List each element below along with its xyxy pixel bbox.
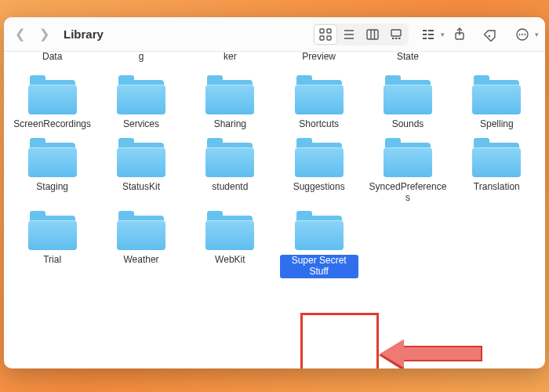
folder-item — [365, 214, 449, 278]
folder-item[interactable]: Preview — [277, 52, 361, 67]
content-area[interactable]: DatagkerPreviewStateScreenRecordingsServ… — [4, 52, 545, 368]
folder-item[interactable]: ker — [188, 52, 272, 67]
svg-rect-11 — [392, 38, 394, 39]
folder-item[interactable]: State — [365, 52, 449, 67]
folder-item[interactable]: Super Secret Stuff — [277, 214, 361, 278]
folder-item[interactable]: ScreenRecordings — [10, 78, 94, 130]
group-icon — [421, 27, 435, 42]
folder-icon — [295, 78, 344, 116]
svg-rect-18 — [428, 34, 434, 35]
grid-icon — [318, 27, 333, 42]
folder-icon — [28, 78, 77, 116]
svg-rect-15 — [423, 34, 427, 35]
svg-rect-1 — [327, 29, 331, 33]
svg-rect-2 — [320, 36, 324, 40]
folder-item[interactable]: SyncedPreferences — [365, 141, 449, 204]
folder-label: ScreenRecordings — [13, 119, 91, 130]
folder-item[interactable]: studentd — [188, 141, 272, 204]
icon-grid: DatagkerPreviewStateScreenRecordingsServ… — [10, 52, 539, 278]
icon-view-button[interactable] — [314, 25, 336, 44]
folder-icon — [205, 214, 254, 252]
share-icon — [453, 27, 467, 42]
columns-icon — [365, 27, 380, 42]
list-icon — [342, 27, 356, 42]
view-switcher — [313, 24, 409, 45]
folder-icon — [117, 214, 165, 252]
folder-label: Super Secret Stuff — [280, 255, 358, 278]
folder-label: Sounds — [392, 119, 424, 130]
svg-rect-3 — [327, 36, 331, 40]
folder-label: SyncedPreferences — [369, 182, 447, 204]
chevron-down-icon: ▾ — [441, 31, 445, 38]
svg-rect-17 — [428, 30, 434, 31]
column-view-button[interactable] — [362, 25, 384, 44]
annotation-highlight — [300, 313, 379, 368]
folder-icon — [384, 78, 432, 116]
folder-label: g — [139, 52, 144, 63]
more-button[interactable]: ▾ — [511, 24, 534, 45]
svg-rect-7 — [367, 30, 378, 39]
folder-icon — [295, 141, 344, 179]
folder-icon — [28, 214, 77, 252]
tags-button[interactable] — [479, 24, 503, 45]
back-button[interactable]: ❮ — [15, 27, 25, 42]
svg-point-24 — [519, 34, 521, 35]
folder-label: Staging — [36, 182, 68, 193]
folder-item[interactable]: Shortcuts — [277, 78, 361, 130]
folder-label: ker — [224, 52, 237, 63]
folder-item[interactable]: Spelling — [455, 78, 539, 130]
folder-icon — [117, 141, 165, 179]
folder-item[interactable]: g — [99, 52, 183, 67]
folder-icon — [472, 141, 521, 179]
folder-label: Shortcuts — [299, 119, 339, 130]
group-by-button[interactable]: ▾ — [416, 24, 440, 45]
folder-item[interactable]: Suggestions — [277, 141, 361, 204]
finder-window: ❮ ❯ Library ▾ — [4, 17, 545, 368]
svg-rect-10 — [391, 30, 401, 36]
toolbar: ❮ ❯ Library ▾ — [4, 17, 545, 52]
folder-item[interactable]: Trial — [10, 214, 94, 278]
folder-label: studentd — [212, 182, 248, 193]
list-view-button[interactable] — [338, 25, 360, 44]
folder-icon — [295, 214, 344, 252]
svg-rect-19 — [428, 38, 434, 39]
folder-item[interactable]: Sharing — [188, 78, 272, 130]
folder-item[interactable]: Staging — [10, 141, 94, 204]
svg-rect-0 — [320, 29, 324, 33]
folder-label: Suggestions — [293, 182, 345, 193]
folder-item[interactable]: WebKit — [188, 214, 272, 278]
folder-item[interactable]: Services — [99, 78, 183, 130]
tag-icon — [484, 27, 498, 42]
folder-label: Translation — [474, 182, 520, 193]
folder-item[interactable]: Sounds — [365, 78, 449, 130]
svg-rect-12 — [395, 38, 398, 39]
folder-label: WebKit — [215, 255, 245, 266]
folder-label: Sharing — [214, 119, 246, 130]
folder-label: Spelling — [480, 119, 514, 130]
svg-rect-13 — [398, 38, 401, 39]
folder-icon — [205, 141, 254, 179]
forward-button[interactable]: ❯ — [39, 27, 49, 42]
folder-item[interactable]: Weather — [99, 214, 183, 278]
folder-item[interactable]: Translation — [455, 141, 539, 204]
chevron-down-icon: ▾ — [535, 31, 539, 38]
svg-point-22 — [488, 34, 490, 37]
gallery-icon — [389, 27, 403, 42]
gallery-view-button[interactable] — [385, 25, 407, 44]
nav-arrows: ❮ ❯ — [15, 27, 49, 42]
folder-label: Weather — [123, 255, 158, 266]
folder-label: Preview — [302, 52, 336, 63]
folder-label: StatusKit — [122, 182, 160, 193]
folder-item[interactable]: StatusKit — [99, 141, 183, 204]
folder-label: Data — [42, 52, 62, 63]
folder-item[interactable]: Data — [10, 52, 94, 67]
folder-icon — [28, 141, 77, 179]
ellipsis-icon — [515, 27, 529, 42]
svg-rect-14 — [423, 30, 427, 31]
folder-label: State — [397, 52, 419, 63]
svg-point-25 — [522, 34, 523, 35]
share-button[interactable] — [448, 24, 471, 45]
folder-icon — [384, 141, 432, 179]
svg-point-26 — [525, 34, 526, 35]
annotation-arrow — [380, 339, 482, 368]
